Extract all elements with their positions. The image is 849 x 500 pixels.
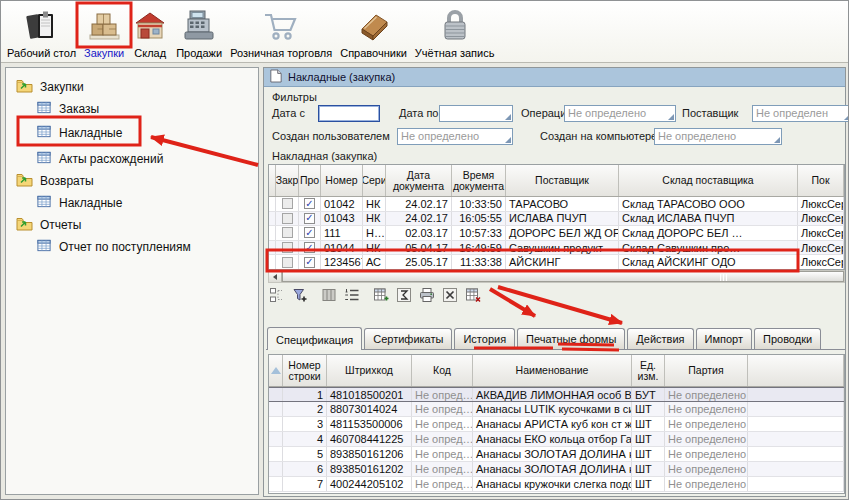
checkbox-checked[interactable]: ✓ bbox=[304, 242, 315, 253]
grid-toolbar-button-4[interactable] bbox=[372, 288, 390, 306]
sidebar-item-1[interactable]: Заказы bbox=[36, 100, 99, 118]
tab-2[interactable]: История bbox=[454, 328, 515, 349]
checkbox-checked[interactable]: ✓ bbox=[304, 227, 315, 238]
row-selector-cell bbox=[269, 241, 276, 255]
checkbox-unchecked[interactable] bbox=[282, 198, 293, 209]
grid-toolbar-button-1[interactable] bbox=[291, 288, 309, 306]
checkbox-checked[interactable]: ✓ bbox=[304, 198, 315, 209]
main-table-header-5[interactable]: Время документа bbox=[452, 165, 506, 196]
horizontal-scrollbar[interactable] bbox=[268, 270, 845, 283]
checkbox-unchecked[interactable] bbox=[282, 227, 293, 238]
filter-field-2[interactable]: Не определено bbox=[564, 105, 676, 122]
sidebar-item-group-4[interactable]: Возвраты bbox=[16, 172, 94, 190]
invoice-row-3[interactable]: ✓01044НК05.04.1716:49:59Савушкин продукт… bbox=[269, 241, 844, 256]
grid-toolbar-button-3[interactable] bbox=[343, 288, 361, 306]
checkbox-checked[interactable]: ✓ bbox=[304, 213, 315, 224]
cell-value: Ананасы ЕКО кольца отбор Гава… bbox=[476, 433, 632, 445]
tab-0[interactable]: Спецификация bbox=[267, 327, 362, 350]
supplier-cell: ДОРОРС БЕЛ ЖД ОР… bbox=[506, 226, 619, 240]
cell-value: 481018500201 bbox=[330, 389, 403, 401]
main-table-header-4[interactable]: Дата документа bbox=[386, 165, 452, 196]
cell-value: Не определено bbox=[668, 463, 746, 475]
grid-toolbar-button-6[interactable] bbox=[418, 288, 436, 306]
spec-row-4[interactable]: 5893850161206Не опред…Ананасы ЗОЛОТАЯ ДО… bbox=[269, 447, 844, 462]
series-cell: НК bbox=[363, 212, 386, 226]
toolbar-item-3[interactable]: Продажи bbox=[176, 4, 222, 60]
filter-field-4[interactable]: Не определено bbox=[397, 128, 513, 145]
spec-table-header-0[interactable]: Номер строки bbox=[283, 355, 327, 386]
invoice-row-4[interactable]: ✓1234567АС25.05.1711:33:38АЙСКИНГСклад А… bbox=[269, 255, 844, 270]
sidebar-item-3[interactable]: Акты расхождений bbox=[36, 150, 163, 168]
filter-field-5[interactable]: Не определено bbox=[654, 128, 782, 145]
main-table-header-8[interactable]: Пок bbox=[798, 165, 844, 196]
sidebar-item-group-0[interactable]: Закупки bbox=[16, 78, 84, 96]
unit-cell: ШТ bbox=[632, 432, 665, 446]
spec-table-header-3[interactable]: Наименование bbox=[473, 355, 632, 386]
spec-row-6[interactable]: 7400244205102Не опред…Ананасы кружочки с… bbox=[269, 477, 844, 492]
main-table-header-7[interactable]: Склад поставщика bbox=[619, 165, 798, 196]
tab-3[interactable]: Печатные формы bbox=[517, 328, 625, 349]
spec-table-header-4[interactable]: Ед. изм. bbox=[632, 355, 665, 386]
toolbar-item-6[interactable]: Учётная запись bbox=[415, 4, 495, 60]
grid-toolbar-button-8[interactable] bbox=[464, 288, 482, 306]
invoice-row-0[interactable]: ✓01042НК24.02.1710:33:50ТАРАСОВОСклад ТА… bbox=[269, 197, 844, 212]
filter-field-3[interactable]: Не определен bbox=[752, 105, 849, 122]
code-cell: Не опред… bbox=[412, 432, 473, 446]
scroll-left-button[interactable] bbox=[269, 271, 282, 282]
spec-sort-header[interactable] bbox=[269, 355, 283, 386]
filler-cell bbox=[748, 402, 844, 416]
tab-4[interactable]: Действия bbox=[627, 328, 693, 349]
checkbox-unchecked[interactable] bbox=[282, 242, 293, 253]
cell-value: 460708441225 bbox=[330, 433, 403, 445]
toolbar-item-0[interactable]: Рабочий стол bbox=[7, 4, 76, 60]
filter-field-0[interactable] bbox=[318, 105, 380, 122]
main-table-header-2[interactable]: Номер bbox=[321, 165, 363, 196]
spec-row-5[interactable]: 6893850161202Не опред…Ананасы ЗОЛОТАЯ ДО… bbox=[269, 462, 844, 477]
dropdown-corner-icon bbox=[668, 114, 674, 120]
toolbar-item-1[interactable]: Закупки bbox=[84, 4, 124, 60]
sum-icon bbox=[396, 287, 412, 307]
main-table-header-0[interactable]: Закр bbox=[276, 165, 299, 196]
name-cell: Ананасы кружочки слегка подсл… bbox=[473, 477, 632, 491]
main-table-header-3[interactable]: Сери bbox=[363, 165, 386, 196]
spec-row-1[interactable]: 288073014024Не опред…Ананасы LUTIK кусоч… bbox=[269, 402, 844, 417]
row-selector-cell bbox=[269, 417, 283, 431]
grid-toolbar-button-7[interactable] bbox=[441, 288, 459, 306]
checkbox-unchecked[interactable] bbox=[282, 257, 293, 268]
batch-cell: Не определено bbox=[665, 402, 748, 416]
spec-row-0[interactable]: 1481018500201Не опред…АКВАДИВ ЛИМОННАЯ о… bbox=[269, 387, 844, 402]
tab-5[interactable]: Импорт bbox=[696, 328, 752, 349]
tab-6[interactable]: Проводки bbox=[754, 328, 821, 349]
sidebar-item-7[interactable]: Отчет по поступлениям bbox=[36, 238, 191, 256]
toolbar-item-2[interactable]: Склад bbox=[132, 4, 168, 60]
document-number-cell: 1234567 bbox=[321, 255, 363, 269]
spec-table-header-1[interactable]: Штрихкод bbox=[327, 355, 412, 386]
cell-value: 01042 bbox=[324, 198, 355, 210]
grid-toolbar-button-2[interactable] bbox=[320, 288, 338, 306]
main-table-header-1[interactable]: Про bbox=[299, 165, 321, 196]
sidebar-item-2[interactable]: Накладные bbox=[36, 124, 122, 142]
spec-row-3[interactable]: 4460708441225Не опред…Ананасы ЕКО кольца… bbox=[269, 432, 844, 447]
sidebar-item-group-6[interactable]: Отчеты bbox=[16, 216, 81, 234]
tab-1[interactable]: Сертификаты bbox=[364, 328, 452, 349]
invoice-row-1[interactable]: ✓01043НК24.02.1716:05:55ИСЛАВА ПЧУПСклад… bbox=[269, 212, 844, 227]
scrollbar-thumb[interactable] bbox=[282, 271, 844, 282]
sidebar-item-5[interactable]: Накладные bbox=[36, 194, 122, 212]
spec-table-header-5[interactable]: Партия bbox=[665, 355, 748, 386]
main-table-header-6[interactable]: Поставщик bbox=[506, 165, 619, 196]
toolbar-item-4[interactable]: Розничная торговля bbox=[230, 4, 332, 60]
purchases-boxes-icon bbox=[86, 8, 122, 48]
buyer-cell: ЛюксСерв bbox=[798, 197, 844, 211]
filter-field-1[interactable] bbox=[439, 105, 513, 122]
checkbox-unchecked[interactable] bbox=[282, 213, 293, 224]
invoice-row-2[interactable]: ✓111Н…02.03.1710:57:33ДОРОРС БЕЛ ЖД ОР…С… bbox=[269, 226, 844, 241]
column-header-label: Про bbox=[300, 175, 319, 186]
checkbox-checked[interactable]: ✓ bbox=[304, 257, 315, 268]
spec-table-header-2[interactable]: Код bbox=[412, 355, 473, 386]
toolbar-item-5[interactable]: Справочники bbox=[340, 4, 407, 60]
grid-toolbar-button-0[interactable] bbox=[268, 288, 286, 306]
sidebar-item-label: Отчеты bbox=[40, 218, 81, 232]
row-selector-cell bbox=[269, 477, 283, 491]
spec-row-2[interactable]: 3481153500006Не опред…Ананасы АРИСТА куб… bbox=[269, 417, 844, 432]
grid-toolbar-button-5[interactable] bbox=[395, 288, 413, 306]
